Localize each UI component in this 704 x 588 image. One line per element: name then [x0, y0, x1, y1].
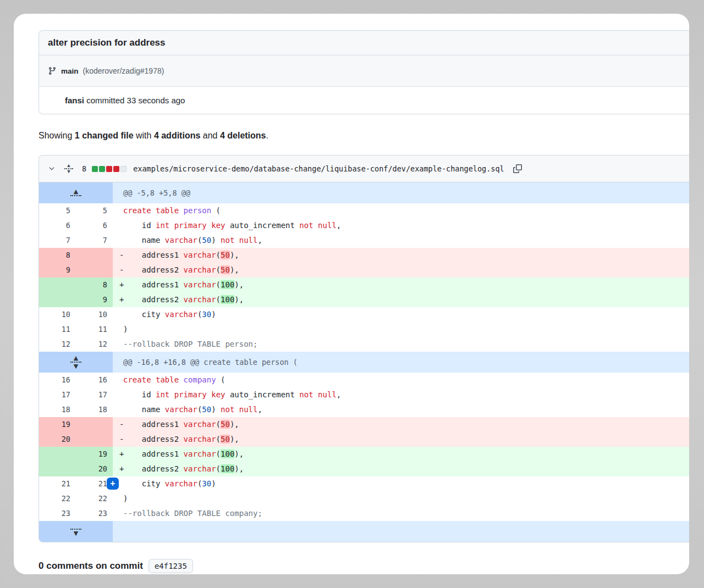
line-number-new[interactable]: 23 [76, 506, 113, 521]
code-line: - address1 varchar(50), [113, 248, 689, 263]
line-number-new[interactable]: 12 [76, 337, 113, 352]
changes-count: 8 [82, 164, 86, 173]
diff-marker: - [113, 417, 123, 432]
branch-pr-ref[interactable]: (koderover/zadig#1978) [83, 66, 164, 75]
hunk-expand-gutter[interactable]: ▲ [39, 182, 113, 203]
line-number-old[interactable]: 20 [39, 432, 76, 447]
code-line: - address2 varchar(50), [113, 432, 689, 447]
summary-prefix: Showing [38, 131, 75, 140]
line-number-new[interactable]: 22 [76, 491, 113, 506]
line-number-old[interactable]: 9 [39, 263, 76, 278]
line-number-old[interactable]: 6 [39, 218, 76, 233]
drag-handle-icon[interactable]: ▲▼ [64, 164, 73, 174]
line-number-old[interactable]: 16 [39, 373, 76, 387]
diff-row-ctx: 1616create table company ( [39, 373, 689, 387]
summary-period: . [266, 131, 268, 140]
line-number-new[interactable]: 8 [76, 278, 113, 292]
line-number-new[interactable]: 5 [76, 203, 113, 218]
branch-name[interactable]: main [61, 67, 79, 75]
line-number-new[interactable]: 11 [76, 322, 113, 337]
expand-down-icon[interactable]: ▼ [70, 528, 81, 536]
line-number-old[interactable]: 23 [39, 506, 76, 521]
add-comment-plus-button[interactable]: + [107, 478, 119, 490]
line-number-old[interactable]: 22 [39, 491, 76, 506]
diff-marker: - [113, 432, 123, 447]
line-number-new[interactable]: 19 [76, 447, 113, 462]
line-number-old[interactable]: 19 [39, 417, 76, 432]
line-number-new[interactable]: 18 [76, 402, 113, 417]
line-number-old[interactable] [39, 278, 76, 292]
diff-marker: - [113, 248, 123, 263]
diff-row-ctx: 1010 city varchar(30) [39, 307, 689, 322]
diff-summary: Showing 1 changed file with 4 additions … [38, 131, 689, 141]
code-line: create table person ( [113, 203, 689, 218]
line-number-new[interactable] [76, 263, 113, 278]
line-number-new[interactable] [76, 248, 113, 263]
line-number-old[interactable]: 11 [39, 322, 76, 337]
line-number-old[interactable]: 5 [39, 203, 76, 218]
line-number-new[interactable] [76, 417, 113, 432]
line-number-new[interactable] [76, 432, 113, 447]
line-number-new[interactable]: 6 [76, 218, 113, 233]
line-number-old[interactable] [39, 292, 76, 307]
line-number-old[interactable]: 10 [39, 307, 76, 322]
hunk-expand-gutter[interactable]: ▲▼ [39, 352, 113, 373]
copy-path-icon[interactable] [513, 164, 522, 173]
code-line: + address2 varchar(100), [113, 462, 689, 476]
diff-row-del: 20- address2 varchar(50), [39, 432, 689, 447]
line-number-old[interactable]: 18 [39, 402, 76, 417]
diff-row-ctx: 2222) [39, 491, 689, 506]
diff-row-del: 8- address1 varchar(50), [39, 248, 689, 263]
diff-stat-square-del [106, 166, 112, 172]
comments-count-label: 0 comments on commit [38, 561, 143, 572]
line-number-new[interactable]: 7 [76, 233, 113, 248]
diff-row-add: 19+ address1 varchar(100), [39, 447, 689, 462]
line-number-old[interactable] [39, 447, 76, 462]
code-line: + city varchar(30) [113, 476, 689, 491]
diff-table-body: ▲@@ -5,8 +5,8 @@55create table person (6… [39, 182, 689, 542]
expand-both-icon[interactable]: ▲▼ [70, 356, 81, 369]
diff-row-footer: ▼ [39, 521, 689, 542]
summary-deletions: 4 deletions [220, 131, 266, 140]
line-number-old[interactable]: 8 [39, 248, 76, 263]
line-number-old[interactable] [39, 462, 76, 476]
code-line: name varchar(50) not null, [113, 233, 689, 248]
diff-row-hunk: ▲@@ -5,8 +5,8 @@ [39, 182, 689, 203]
line-number-old[interactable]: 12 [39, 337, 76, 352]
diff-row-del: 9- address2 varchar(50), [39, 263, 689, 278]
diff-marker: + [113, 462, 123, 476]
code-line: --rollback DROP TABLE company; [113, 506, 689, 521]
hunk-expand-gutter[interactable]: ▼ [39, 521, 113, 542]
diff-stat-square-del [113, 166, 119, 172]
summary-and: and [200, 131, 220, 140]
line-number-new[interactable]: 17 [76, 387, 113, 402]
file-path[interactable]: examples/microservice-demo/database-chan… [133, 164, 504, 173]
diff-file-card: ▲▼ 8 examples/microservice-demo/database… [38, 155, 689, 542]
expand-up-icon[interactable]: ▲ [70, 189, 81, 197]
code-line: - address2 varchar(50), [113, 263, 689, 278]
code-line: city varchar(30) [113, 307, 689, 322]
line-number-old[interactable]: 21 [39, 476, 76, 491]
collapse-file-chevron-icon[interactable] [48, 165, 56, 173]
line-number-new[interactable]: 16 [76, 373, 113, 387]
line-number-old[interactable]: 7 [39, 233, 76, 248]
line-number-new[interactable]: 9 [76, 292, 113, 307]
diff-row-ctx: 1818 name varchar(50) not null, [39, 402, 689, 417]
comments-row: 0 comments on commit e4f1235 [38, 559, 689, 573]
line-number-new[interactable]: 10 [76, 307, 113, 322]
diff-marker: + [113, 278, 123, 292]
diff-row-add: 20+ address2 varchar(100), [39, 462, 689, 476]
line-number-new[interactable]: 20 [76, 462, 113, 476]
commit-sha-chip[interactable]: e4f1235 [148, 559, 193, 573]
code-line: + address1 varchar(100), [113, 447, 689, 462]
hunk-footer-space [113, 521, 689, 542]
commit-branch-row: main (koderover/zadig#1978) [39, 56, 689, 87]
line-number-old[interactable]: 17 [39, 387, 76, 402]
diff-row-hunk: ▲▼@@ -16,8 +16,8 @@ create table person … [39, 352, 689, 373]
file-header: ▲▼ 8 examples/microservice-demo/database… [39, 156, 689, 182]
commit-author[interactable]: fansi [65, 96, 84, 105]
commit-time-text: committed 33 seconds ago [84, 96, 185, 105]
diff-row-ctx: 1111) [39, 322, 689, 337]
diff-row-del: 19- address1 varchar(50), [39, 417, 689, 432]
diff-row-ctx: 1212--rollback DROP TABLE person; [39, 337, 689, 352]
